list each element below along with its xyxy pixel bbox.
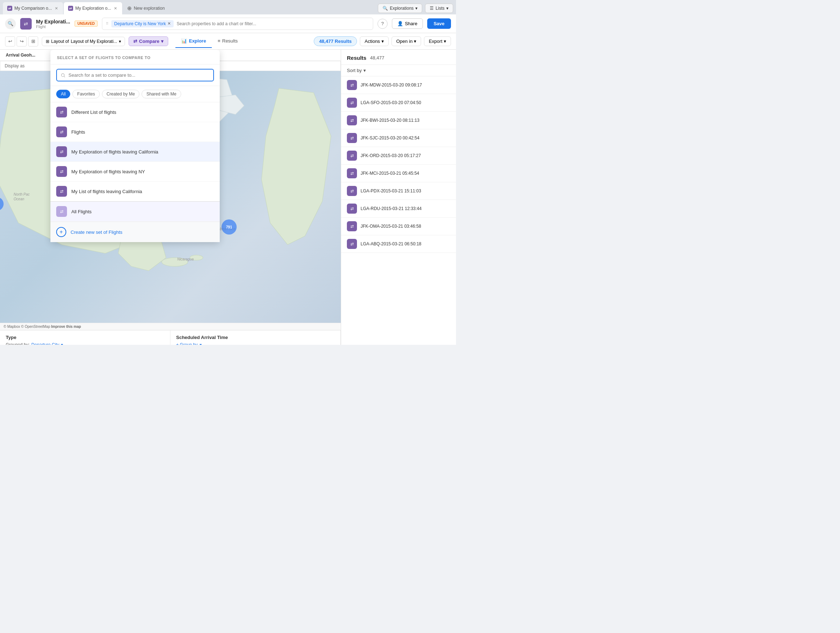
filter-pill-all[interactable]: All [56,90,70,98]
result-item-9[interactable]: ⇄ JFK-OMA-2015-03-21 03:46:58 [341,218,456,235]
layout-icon: ⊞ [46,39,49,44]
results-tab-label: Results [222,38,238,44]
dropdown-item-text-2: Flights [71,129,85,135]
result-text-4: JFK-SJC-2015-03-20 00:42:54 [360,136,419,140]
dropdown-item-3[interactable]: ⇄ My Exploration of flights leaving Cali… [51,142,220,162]
dropdown-item-5[interactable]: ⇄ My List of flights leaving California [51,182,220,201]
sort-dropdown[interactable]: ▾ [363,68,366,73]
dropdown-search-area [51,65,220,86]
filter-search-input[interactable] [177,21,369,26]
dropdown-create-btn[interactable]: + Create new set of Flights [51,221,220,242]
right-sidebar: Results 48,477 Sort by ▾ ⇄ JFK-MDW-2015-… [341,50,456,345]
result-text-1: JFK-MDW-2015-03-20 09:08:17 [360,82,422,88]
type-panel-title: Type [6,335,164,340]
display-as-label: Display as [5,63,25,68]
dropdown-item-1[interactable]: ⇄ Different List of flights [51,102,220,122]
dropdown-filters: All Favorites Created by Me Shared with … [51,86,220,102]
filter-pill-shared[interactable]: Shared with Me [142,90,181,98]
dropdown-search-input[interactable] [56,69,214,81]
ocean-label-pacific: North PacOcean [14,192,30,201]
drag-handle-icon: ⠿ [106,22,109,25]
result-icon-2: ⇄ [347,98,357,108]
global-search-btn[interactable]: 🔍 [5,18,16,29]
new-tab-btn[interactable]: ⊕ New exploration [123,3,169,14]
result-item-4[interactable]: ⇄ JFK-SJC-2015-03-20 00:42:54 [341,129,456,147]
share-icon: 👤 [397,21,403,26]
open-in-btn[interactable]: Open in ▾ [392,36,422,46]
result-item-5[interactable]: ⇄ JFK-ORD-2015-03-20 05:17:27 [341,147,456,165]
result-item-10[interactable]: ⇄ LGA-ABQ-2015-03-21 06:50:18 [341,235,456,253]
filter-bar[interactable]: ⠿ Departure City is New York ✕ [102,17,373,30]
tab-results[interactable]: ≡ Results [212,35,243,48]
exploration-title-block: My Explorati... Flight [36,19,70,29]
browser-tab-2[interactable]: ⇄ My Exploration o... ✕ [64,2,122,14]
improve-map-link[interactable]: Improve this map [51,325,81,328]
share-label: Share [405,21,417,26]
actions-btn[interactable]: Actions ▾ [360,36,388,46]
sort-dropdown-chevron: ▾ [363,68,366,73]
actions-label: Actions [365,39,380,44]
dropdown-item-icon-4: ⇄ [56,166,67,177]
tab-explore[interactable]: 📊 Explore [175,35,212,48]
dropdown-item-text-1: Different List of flights [71,109,116,115]
result-text-8: LGA-RDU-2015-03-21 12:33:44 [360,206,422,211]
result-item-7[interactable]: ⇄ LGA-PDX-2015-03-21 15:11:03 [341,182,456,200]
explorations-btn[interactable]: 🔍 Explorations ▾ [378,3,422,13]
bottom-panels: Type Grouped by: Departure City ▾ Schedu… [0,330,341,345]
layout-btn[interactable]: ⊞ Layout of Layout of My Explorati... ▾ [42,37,125,46]
search-icon: 🔍 [8,21,13,26]
result-item-3[interactable]: ⇄ JFK-BWI-2015-03-20 08:11:13 [341,112,456,129]
results-count-btn[interactable]: 48,477 Results [314,36,357,46]
share-btn[interactable]: 👤 Share [392,18,423,29]
tab-label-1: My Comparison o... [14,6,52,11]
exploration-icon: ⇄ [20,18,32,30]
dropdown-header: SELECT A SET OF FLIGHTS TO COMPARE TO [51,50,220,65]
layout-toggle-btn[interactable]: ⊞ [28,36,38,46]
result-text-3: JFK-BWI-2015-03-20 08:11:13 [360,118,419,123]
compare-btn[interactable]: ⇄ Compare ▾ [129,36,168,46]
result-icon-9: ⇄ [347,221,357,231]
grouped-by-value[interactable]: Departure City [32,342,59,345]
sort-label: Sort by [347,68,362,73]
sort-row: Sort by ▾ [341,65,456,76]
help-btn[interactable]: ? [377,19,388,29]
filter-tag[interactable]: Departure City is New York ✕ [111,20,174,27]
result-icon-3: ⇄ [347,115,357,125]
layout-exploration-name: Layout of My Explorati... [71,39,117,44]
lists-btn[interactable]: ☰ Lists ▾ [425,3,453,13]
filter-pill-favorites[interactable]: Favorites [73,90,99,98]
actions-chevron: ▾ [382,39,384,44]
close-tab-1[interactable]: ✕ [54,6,59,11]
browser-tab-1[interactable]: ⇄ My Comparison o... ✕ [3,2,63,14]
explore-label: Explore [189,38,206,44]
result-icon-4: ⇄ [347,133,357,143]
browser-tabs-bar: ⇄ My Comparison o... ✕ ⇄ My Exploration … [0,0,456,14]
save-btn[interactable]: Save [427,18,451,29]
result-item-8[interactable]: ⇄ LGA-RDU-2015-03-21 12:33:44 [341,200,456,218]
tab-label-2: My Exploration o... [75,6,111,11]
result-item-2[interactable]: ⇄ LGA-SFO-2015-03-20 07:04:50 [341,94,456,112]
map-copyright: © Mapbox © OpenStreetMap [3,325,51,328]
filter-remove-btn[interactable]: ✕ [167,21,171,26]
filter-pill-created[interactable]: Created by Me [102,90,140,98]
exploration-name: My Explorati... [36,19,70,25]
sidebar-title: Results [347,55,366,61]
result-item-1[interactable]: ⇄ JFK-MDW-2015-03-20 09:08:17 [341,76,456,94]
dropdown-item-icon-3: ⇄ [56,146,67,157]
export-btn[interactable]: Export ▾ [424,36,451,46]
arrival-group-by-row[interactable]: + Group by ▾ [176,342,335,345]
result-item-6[interactable]: ⇄ JFK-MCI-2015-03-21 05:45:54 [341,165,456,182]
dropdown-item-6[interactable]: ⇄ All Flights [51,201,220,221]
dropdown-item-4[interactable]: ⇄ My Exploration of flights leaving NY [51,162,220,182]
dropdown-item-2[interactable]: ⇄ Flights [51,122,220,142]
close-tab-2[interactable]: ✕ [113,6,118,11]
compare-dropdown[interactable]: SELECT A SET OF FLIGHTS TO COMPARE TO Al… [51,50,220,242]
undo-btn[interactable]: ↩ [5,36,15,46]
group-by-btn[interactable]: + Group by [176,342,198,345]
results-icon: ≡ [218,38,221,44]
tab-icon-2: ⇄ [68,6,73,11]
explorations-label: Explorations [390,6,414,11]
result-icon-8: ⇄ [347,204,357,214]
redo-btn[interactable]: ↪ [17,36,27,46]
compare-chevron: ▾ [161,39,164,44]
